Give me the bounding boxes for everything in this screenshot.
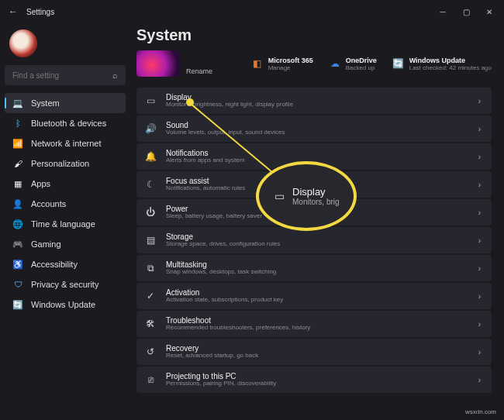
row-text: ActivationActivation state, subscription… [166, 288, 469, 304]
app-title: Settings [26, 8, 54, 16]
nav-icon: 👤 [12, 199, 23, 209]
nav-label: Personalization [31, 159, 89, 168]
nav-label: Accounts [31, 199, 66, 208]
search-icon: ⌕ [112, 71, 118, 80]
sidebar-item-bluetooth-devices[interactable]: ᛒBluetooth & devices [5, 113, 126, 133]
chevron-right-icon: › [478, 181, 481, 189]
chevron-right-icon: › [478, 153, 481, 161]
row-icon: 🔔 [144, 151, 157, 162]
service-onedrive[interactable]: ☁OneDriveBacked up [329, 57, 377, 71]
row-icon: ☾ [144, 179, 157, 190]
row-text: DisplayMonitors, brightness, night light… [166, 93, 469, 108]
row-icon: ⧉ [144, 263, 157, 274]
hero-row: Rename ◧Microsoft 365Manage☁OneDriveBack… [136, 50, 492, 77]
setting-row-recovery[interactable]: ↺RecoveryReset, advanced startup, go bac… [136, 339, 492, 365]
row-text: SoundVolume levels, output, input, sound… [166, 121, 469, 136]
nav-label: Windows Update [31, 300, 95, 309]
row-text: Focus assistNotifications, automatic rul… [166, 177, 469, 192]
service-icon: ◧ [251, 57, 264, 70]
chevron-right-icon: › [478, 376, 481, 384]
row-icon: ⏻ [144, 207, 157, 218]
service-windows-update[interactable]: 🔄Windows UpdateLast checked: 42 minutes … [392, 57, 492, 71]
search-box[interactable]: ⌕ [5, 65, 126, 85]
wallpaper-thumb[interactable] [136, 50, 180, 77]
nav-icon: 🖌 [12, 159, 23, 168]
nav-icon: 🌐 [12, 219, 23, 229]
maximize-button[interactable]: ▢ [454, 2, 478, 22]
minimize-button[interactable]: ─ [431, 2, 454, 22]
chevron-right-icon: › [478, 264, 481, 273]
attribution: wsxdn.com [465, 408, 496, 415]
setting-row-sound[interactable]: 🔊SoundVolume levels, output, input, soun… [136, 115, 492, 142]
nav-icon: ᛒ [12, 119, 23, 128]
rename-link[interactable]: Rename [186, 67, 212, 75]
row-sub: Snap windows, desktops, task switching [166, 269, 469, 276]
row-sub: Sleep, battery usage, battery saver [166, 213, 469, 220]
nav-icon: 🛡 [12, 280, 23, 289]
setting-row-multitasking[interactable]: ⧉MultitaskingSnap windows, desktops, tas… [136, 255, 492, 281]
nav-label: System [31, 98, 60, 108]
setting-row-notifications[interactable]: 🔔NotificationsAlerts from apps and syste… [136, 143, 492, 170]
sidebar-item-personalization[interactable]: 🖌Personalization [5, 153, 126, 174]
nav-label: Time & language [31, 219, 95, 229]
service-sub: Backed up [346, 64, 377, 71]
sidebar-item-gaming[interactable]: 🎮Gaming [5, 234, 126, 254]
setting-row-storage[interactable]: ▤StorageStorage space, drives, configura… [136, 227, 492, 253]
chevron-right-icon: › [478, 292, 481, 301]
setting-row-activation[interactable]: ✓ActivationActivation state, subscriptio… [136, 283, 492, 309]
row-text: Projecting to this PCPermissions, pairin… [166, 372, 469, 387]
sidebar-item-accounts[interactable]: 👤Accounts [5, 194, 126, 214]
nav-icon: ♿ [12, 260, 23, 270]
sidebar-item-network-internet[interactable]: 📶Network & internet [5, 133, 126, 153]
row-icon: ✓ [144, 291, 157, 301]
avatar[interactable] [9, 29, 37, 57]
row-icon: ▭ [144, 95, 157, 106]
nav-icon: ▦ [12, 179, 23, 189]
service-title: OneDrive [346, 57, 377, 64]
sidebar-item-time-language[interactable]: 🌐Time & language [5, 214, 126, 234]
row-text: MultitaskingSnap windows, desktops, task… [166, 260, 469, 276]
row-text: RecoveryReset, advanced startup, go back [166, 344, 469, 360]
setting-row-projecting-to-this-pc[interactable]: ⎚Projecting to this PCPermissions, pairi… [136, 367, 492, 393]
services: ◧Microsoft 365Manage☁OneDriveBacked up🔄W… [251, 57, 492, 71]
nav-label: Network & internet [31, 139, 101, 148]
service-sub: Manage [268, 64, 313, 71]
nav-icon: 🔄 [12, 300, 23, 310]
nav-icon: 🎮 [12, 239, 23, 250]
setting-row-focus-assist[interactable]: ☾Focus assistNotifications, automatic ru… [136, 171, 492, 198]
titlebar: ← Settings ─ ▢ ✕ [0, 0, 504, 23]
service-icon: ☁ [329, 57, 341, 70]
row-text: PowerSleep, battery usage, battery saver [166, 205, 469, 220]
row-text: NotificationsAlerts from apps and system [166, 149, 469, 164]
setting-row-power[interactable]: ⏻PowerSleep, battery usage, battery save… [136, 199, 492, 225]
setting-list: ▭DisplayMonitors, brightness, night ligh… [136, 88, 492, 393]
row-sub: Volume levels, output, input, sound devi… [166, 129, 469, 136]
layout: ⌕ 💻SystemᛒBluetooth & devices📶Network & … [0, 23, 504, 420]
sidebar-item-windows-update[interactable]: 🔄Windows Update [5, 294, 126, 315]
window-controls: ─ ▢ ✕ [431, 2, 501, 22]
close-button[interactable]: ✕ [478, 2, 501, 22]
nav-label: Accessibility [31, 260, 78, 269]
sidebar-item-system[interactable]: 💻System [5, 93, 126, 113]
service-microsoft-[interactable]: ◧Microsoft 365Manage [251, 57, 313, 71]
setting-row-troubleshoot[interactable]: 🛠TroubleshootRecommended troubleshooters… [136, 311, 492, 337]
chevron-right-icon: › [478, 236, 481, 245]
row-sub: Notifications, automatic rules [166, 185, 469, 192]
row-icon: ↺ [144, 346, 157, 357]
row-sub: Alerts from apps and system [166, 157, 469, 164]
sidebar-item-apps[interactable]: ▦Apps [5, 174, 126, 194]
chevron-right-icon: › [478, 125, 481, 133]
chevron-right-icon: › [478, 97, 481, 105]
main-content: System Rename ◧Microsoft 365Manage☁OneDr… [130, 23, 504, 420]
row-sub: Permissions, pairing PIN, discoverabilit… [166, 380, 469, 387]
page-title: System [136, 26, 492, 44]
nav-label: Gaming [31, 239, 61, 249]
sidebar-item-accessibility[interactable]: ♿Accessibility [5, 254, 126, 274]
search-input[interactable] [12, 71, 112, 80]
service-title: Windows Update [409, 57, 492, 64]
chevron-right-icon: › [478, 348, 481, 356]
back-button[interactable]: ← [3, 2, 23, 22]
row-icon: 🔊 [144, 123, 157, 134]
chevron-right-icon: › [478, 208, 481, 217]
sidebar-item-privacy-security[interactable]: 🛡Privacy & security [5, 274, 126, 294]
